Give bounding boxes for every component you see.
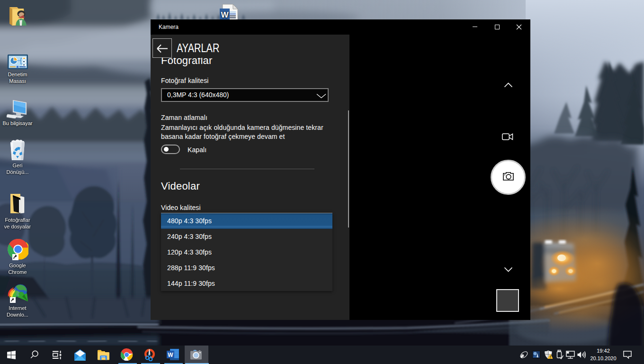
svg-text:W: W [221, 10, 229, 19]
svg-text:W: W [168, 352, 173, 358]
